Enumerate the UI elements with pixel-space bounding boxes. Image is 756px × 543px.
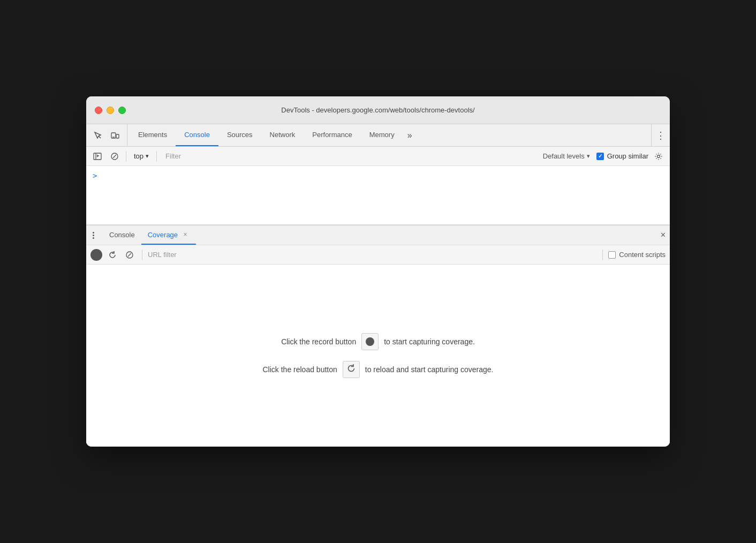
svg-point-9 bbox=[657, 155, 660, 157]
console-settings-button[interactable] bbox=[652, 149, 666, 163]
console-output: > bbox=[86, 166, 670, 225]
content-scripts-area: Content scripts bbox=[608, 251, 666, 259]
bottom-panel-menu-button[interactable] bbox=[90, 230, 96, 241]
coverage-empty-state: Click the record button to start capturi… bbox=[86, 265, 670, 447]
tab-network[interactable]: Network bbox=[261, 124, 304, 146]
group-similar-area: Group similar bbox=[596, 152, 648, 160]
start-recording-button[interactable] bbox=[90, 249, 102, 261]
log-levels-button[interactable]: Default levels ▾ bbox=[540, 151, 593, 161]
inline-reload-button[interactable] bbox=[343, 361, 360, 378]
record-circle-icon bbox=[366, 337, 374, 346]
main-tabs: Elements Console Sources Network Perform… bbox=[130, 124, 651, 146]
tab-console[interactable]: Console bbox=[176, 124, 218, 146]
tab-memory[interactable]: Memory bbox=[361, 124, 403, 146]
inline-record-button[interactable] bbox=[361, 333, 379, 350]
bottom-panel: Console Coverage × × bbox=[86, 225, 670, 447]
tab-elements[interactable]: Elements bbox=[130, 124, 176, 146]
title-bar: DevTools - developers.google.com/web/too… bbox=[86, 96, 670, 124]
bottom-tab-coverage[interactable]: Coverage × bbox=[141, 225, 196, 245]
filter-input[interactable] bbox=[161, 152, 536, 160]
minimize-button[interactable] bbox=[107, 107, 114, 114]
reload-icon bbox=[346, 364, 356, 375]
console-prompt[interactable]: > bbox=[93, 171, 97, 180]
group-similar-checkbox[interactable] bbox=[596, 153, 604, 160]
coverage-toolbar-divider-2 bbox=[602, 250, 603, 260]
svg-line-0 bbox=[99, 136, 101, 138]
tab-spacer bbox=[196, 225, 656, 245]
bottom-panel-menu bbox=[90, 225, 101, 245]
toolbar-icons bbox=[90, 124, 127, 146]
content-scripts-checkbox[interactable] bbox=[608, 251, 616, 259]
toolbar-divider-2 bbox=[156, 151, 157, 162]
toolbar-divider bbox=[126, 151, 126, 162]
devtools-menu-button[interactable]: ⋮ bbox=[651, 124, 666, 146]
clear-console-button[interactable] bbox=[108, 149, 122, 163]
bottom-tab-bar: Console Coverage × × bbox=[86, 225, 670, 245]
svg-line-8 bbox=[113, 155, 116, 158]
tab-sources[interactable]: Sources bbox=[218, 124, 261, 146]
context-selector[interactable]: top ▾ bbox=[131, 151, 152, 161]
reload-and-record-button[interactable] bbox=[105, 248, 119, 262]
url-filter-input[interactable] bbox=[148, 251, 597, 259]
show-console-sidebar-button[interactable] bbox=[90, 149, 104, 163]
more-tabs-button[interactable]: » bbox=[403, 124, 417, 146]
main-tab-bar: Elements Console Sources Network Perform… bbox=[86, 124, 670, 147]
tab-performance[interactable]: Performance bbox=[304, 124, 360, 146]
close-coverage-tab-button[interactable]: × bbox=[181, 230, 190, 239]
clear-coverage-button[interactable] bbox=[123, 248, 137, 262]
window-title: DevTools - developers.google.com/web/too… bbox=[281, 106, 474, 114]
traffic-lights bbox=[95, 107, 126, 114]
maximize-button[interactable] bbox=[118, 107, 126, 114]
coverage-toolbar-divider bbox=[142, 250, 142, 260]
inspect-element-button[interactable] bbox=[90, 128, 105, 143]
reload-instruction: Click the reload button to reload and st… bbox=[262, 361, 493, 378]
close-panel-button[interactable]: × bbox=[656, 225, 666, 245]
close-button[interactable] bbox=[95, 107, 102, 114]
svg-rect-2 bbox=[116, 134, 119, 138]
svg-line-11 bbox=[128, 253, 131, 257]
record-instruction: Click the record button to start capturi… bbox=[281, 333, 475, 350]
console-toolbar: top ▾ Default levels ▾ Group similar bbox=[86, 147, 670, 166]
bottom-tab-console[interactable]: Console bbox=[103, 225, 141, 245]
toggle-device-toolbar-button[interactable] bbox=[108, 128, 123, 143]
coverage-toolbar: Content scripts bbox=[86, 245, 670, 265]
devtools-window: DevTools - developers.google.com/web/too… bbox=[86, 96, 670, 447]
